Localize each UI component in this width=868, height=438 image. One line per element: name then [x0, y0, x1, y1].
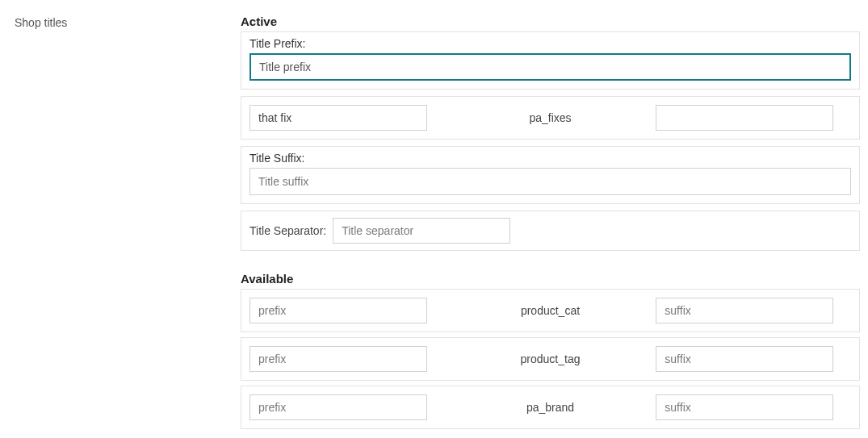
available-row[interactable]: pa_brand — [241, 386, 860, 429]
active-triple-suffix-input[interactable] — [656, 105, 833, 131]
available-row-prefix-input[interactable] — [249, 298, 427, 323]
title-prefix-panel: Title Prefix: — [241, 31, 860, 90]
active-triple-prefix-input[interactable] — [249, 105, 427, 131]
available-row-center-label: product_cat — [453, 304, 648, 317]
active-triple-center-label: pa_fixes — [453, 111, 648, 124]
title-separator-panel: Title Separator: — [241, 211, 860, 251]
main-content: Active Title Prefix: pa_fixes — [241, 15, 860, 434]
title-separator-input[interactable] — [333, 218, 510, 244]
available-row-center-label: pa_brand — [453, 401, 648, 414]
title-separator-label: Title Separator: — [249, 224, 326, 237]
title-prefix-input[interactable] — [249, 53, 851, 81]
available-heading: Available — [241, 272, 860, 286]
available-row-suffix-input[interactable] — [656, 298, 833, 323]
available-row-suffix-input[interactable] — [656, 346, 833, 372]
available-row[interactable]: product_tag — [241, 337, 860, 381]
active-triple-panel: pa_fixes — [241, 96, 860, 140]
available-row-prefix-input[interactable] — [249, 346, 427, 372]
title-suffix-input[interactable] — [249, 168, 851, 195]
sidebar-label-shop-titles: Shop titles — [15, 15, 241, 29]
available-row-suffix-input[interactable] — [656, 394, 833, 420]
available-row[interactable]: product_cat — [241, 289, 860, 332]
available-row-center-label: product_tag — [453, 352, 648, 365]
active-heading: Active — [241, 15, 860, 28]
title-suffix-label: Title Suffix: — [249, 152, 851, 165]
title-suffix-panel: Title Suffix: — [241, 146, 860, 204]
available-row-prefix-input[interactable] — [249, 394, 427, 420]
title-prefix-label: Title Prefix: — [249, 37, 851, 50]
